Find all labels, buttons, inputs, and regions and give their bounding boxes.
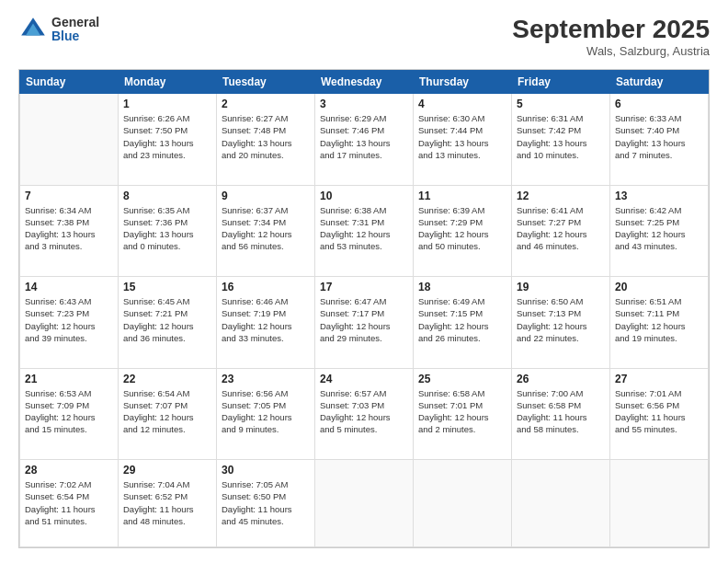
logo-general-text: General [51,16,99,29]
day-cell: 6Sunrise: 6:33 AM Sunset: 7:40 PM Daylig… [610,94,709,186]
day-number: 24 [320,373,408,385]
day-cell: 13Sunrise: 6:42 AM Sunset: 7:25 PM Dayli… [610,185,709,277]
day-info: Sunrise: 6:57 AM Sunset: 7:03 PM Dayligh… [320,387,408,436]
day-number: 19 [517,281,605,293]
day-info: Sunrise: 6:30 AM Sunset: 7:44 PM Dayligh… [418,112,506,161]
day-info: Sunrise: 6:46 AM Sunset: 7:19 PM Dayligh… [222,295,310,344]
day-info: Sunrise: 6:31 AM Sunset: 7:42 PM Dayligh… [517,112,605,161]
day-cell: 10Sunrise: 6:38 AM Sunset: 7:31 PM Dayli… [315,185,414,277]
day-info: Sunrise: 6:49 AM Sunset: 7:15 PM Dayligh… [418,295,506,344]
day-cell: 9Sunrise: 6:37 AM Sunset: 7:34 PM Daylig… [217,185,315,277]
title-area: September 2025 Wals, Salzburg, Austria [512,15,710,58]
day-info: Sunrise: 6:54 AM Sunset: 7:07 PM Dayligh… [123,387,211,436]
logo-icon [18,15,48,44]
day-number: 12 [517,190,605,202]
day-cell: 4Sunrise: 6:30 AM Sunset: 7:44 PM Daylig… [414,94,512,186]
header-cell-thursday: Thursday [414,71,512,94]
day-number: 18 [418,281,506,293]
week-row-5: 28Sunrise: 7:02 AM Sunset: 6:54 PM Dayli… [20,460,709,547]
day-info: Sunrise: 7:00 AM Sunset: 6:58 PM Dayligh… [517,387,605,436]
day-cell: 11Sunrise: 6:39 AM Sunset: 7:29 PM Dayli… [414,185,512,277]
logo-text: General Blue [51,16,99,44]
day-info: Sunrise: 6:26 AM Sunset: 7:50 PM Dayligh… [123,112,211,161]
day-number: 4 [418,98,506,110]
day-number: 30 [222,464,310,477]
day-cell [414,460,512,547]
day-cell: 24Sunrise: 6:57 AM Sunset: 7:03 PM Dayli… [315,368,414,460]
logo-blue-text: Blue [51,29,99,43]
day-cell [610,460,709,547]
day-info: Sunrise: 6:39 AM Sunset: 7:29 PM Dayligh… [418,204,506,253]
day-cell: 21Sunrise: 6:53 AM Sunset: 7:09 PM Dayli… [20,368,119,460]
day-cell: 14Sunrise: 6:43 AM Sunset: 7:23 PM Dayli… [20,277,119,369]
day-info: Sunrise: 6:58 AM Sunset: 7:01 PM Dayligh… [418,387,506,436]
day-number: 27 [615,373,703,385]
calendar-table: SundayMondayTuesdayWednesdayThursdayFrid… [19,70,709,547]
header-cell-monday: Monday [119,71,217,94]
day-info: Sunrise: 6:34 AM Sunset: 7:38 PM Dayligh… [25,204,113,253]
day-info: Sunrise: 6:35 AM Sunset: 7:36 PM Dayligh… [123,204,211,253]
header-row: SundayMondayTuesdayWednesdayThursdayFrid… [20,71,709,94]
day-number: 3 [320,98,408,110]
day-cell: 15Sunrise: 6:45 AM Sunset: 7:21 PM Dayli… [119,277,217,369]
day-number: 5 [517,98,605,110]
page: General Blue September 2025 Wals, Salzbu… [0,0,728,563]
day-cell: 16Sunrise: 6:46 AM Sunset: 7:19 PM Dayli… [217,277,315,369]
day-cell: 8Sunrise: 6:35 AM Sunset: 7:36 PM Daylig… [119,185,217,277]
day-info: Sunrise: 7:04 AM Sunset: 6:52 PM Dayligh… [123,478,211,527]
day-number: 16 [222,281,310,293]
day-cell [512,460,610,547]
day-cell: 19Sunrise: 6:50 AM Sunset: 7:13 PM Dayli… [512,277,610,369]
calendar: SundayMondayTuesdayWednesdayThursdayFrid… [18,69,710,548]
day-number: 8 [123,190,211,202]
day-cell [20,94,119,186]
day-number: 11 [418,190,506,202]
day-cell: 29Sunrise: 7:04 AM Sunset: 6:52 PM Dayli… [119,460,217,547]
day-cell: 12Sunrise: 6:41 AM Sunset: 7:27 PM Dayli… [512,185,610,277]
day-info: Sunrise: 6:47 AM Sunset: 7:17 PM Dayligh… [320,295,408,344]
day-number: 26 [517,373,605,385]
day-number: 14 [25,281,113,293]
day-number: 21 [25,373,113,385]
day-number: 13 [615,190,703,202]
day-info: Sunrise: 6:38 AM Sunset: 7:31 PM Dayligh… [320,204,408,253]
day-number: 6 [615,98,703,110]
day-cell: 20Sunrise: 6:51 AM Sunset: 7:11 PM Dayli… [610,277,709,369]
day-number: 2 [222,98,310,110]
calendar-header: SundayMondayTuesdayWednesdayThursdayFrid… [20,71,709,94]
day-info: Sunrise: 6:50 AM Sunset: 7:13 PM Dayligh… [517,295,605,344]
day-cell: 26Sunrise: 7:00 AM Sunset: 6:58 PM Dayli… [512,368,610,460]
day-number: 17 [320,281,408,293]
day-number: 28 [25,464,113,477]
week-row-3: 14Sunrise: 6:43 AM Sunset: 7:23 PM Dayli… [20,277,709,369]
day-info: Sunrise: 6:41 AM Sunset: 7:27 PM Dayligh… [517,204,605,253]
header-cell-saturday: Saturday [610,71,709,94]
week-row-1: 1Sunrise: 6:26 AM Sunset: 7:50 PM Daylig… [20,94,709,186]
header: General Blue September 2025 Wals, Salzbu… [18,15,710,58]
day-number: 25 [418,373,506,385]
day-info: Sunrise: 7:01 AM Sunset: 6:56 PM Dayligh… [615,387,703,436]
day-cell: 23Sunrise: 6:56 AM Sunset: 7:05 PM Dayli… [217,368,315,460]
day-cell: 27Sunrise: 7:01 AM Sunset: 6:56 PM Dayli… [610,368,709,460]
day-cell: 7Sunrise: 6:34 AM Sunset: 7:38 PM Daylig… [20,185,119,277]
day-cell: 17Sunrise: 6:47 AM Sunset: 7:17 PM Dayli… [315,277,414,369]
day-cell: 18Sunrise: 6:49 AM Sunset: 7:15 PM Dayli… [414,277,512,369]
header-cell-friday: Friday [512,71,610,94]
logo: General Blue [18,15,99,44]
header-cell-sunday: Sunday [20,71,119,94]
day-cell: 22Sunrise: 6:54 AM Sunset: 7:07 PM Dayli… [119,368,217,460]
week-row-2: 7Sunrise: 6:34 AM Sunset: 7:38 PM Daylig… [20,185,709,277]
day-info: Sunrise: 6:45 AM Sunset: 7:21 PM Dayligh… [123,295,211,344]
day-cell: 30Sunrise: 7:05 AM Sunset: 6:50 PM Dayli… [217,460,315,547]
location: Wals, Salzburg, Austria [512,44,710,58]
day-info: Sunrise: 6:51 AM Sunset: 7:11 PM Dayligh… [615,295,703,344]
day-cell: 25Sunrise: 6:58 AM Sunset: 7:01 PM Dayli… [414,368,512,460]
day-cell [315,460,414,547]
day-number: 1 [123,98,211,110]
month-title: September 2025 [512,15,710,44]
day-cell: 3Sunrise: 6:29 AM Sunset: 7:46 PM Daylig… [315,94,414,186]
day-info: Sunrise: 6:53 AM Sunset: 7:09 PM Dayligh… [25,387,113,436]
day-cell: 28Sunrise: 7:02 AM Sunset: 6:54 PM Dayli… [20,460,119,547]
day-number: 15 [123,281,211,293]
day-number: 9 [222,190,310,202]
